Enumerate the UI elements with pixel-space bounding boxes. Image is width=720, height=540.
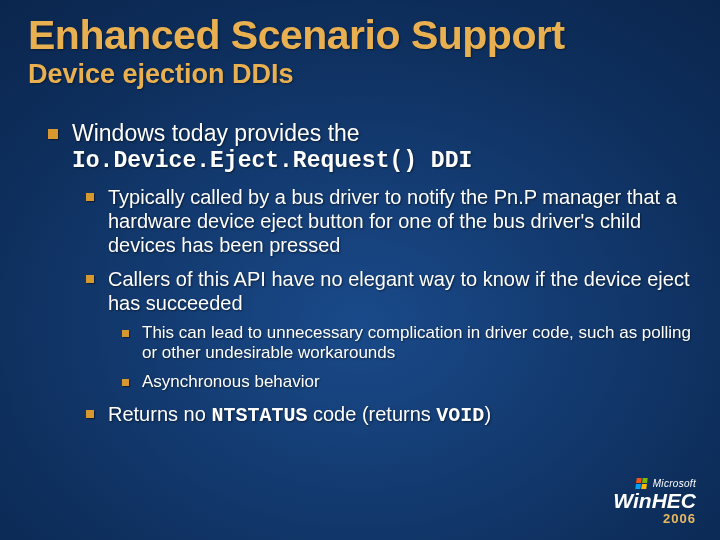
microsoft-flag-icon bbox=[635, 478, 648, 489]
bullet-text: Typically called by a bus driver to noti… bbox=[108, 186, 677, 256]
slide-subtitle: Device ejection DDIs bbox=[28, 59, 692, 90]
logo-year-text: 2006 bbox=[613, 511, 696, 526]
bullet-item: This can lead to unnecessary complicatio… bbox=[142, 323, 692, 364]
bullet-text: Callers of this API have no elegant way … bbox=[108, 268, 689, 314]
bullet-text: This can lead to unnecessary complicatio… bbox=[142, 323, 691, 362]
bullet-item: Asynchronous behavior bbox=[142, 372, 692, 392]
bullet-text: DDI bbox=[417, 148, 472, 174]
bullet-item: Typically called by a bus driver to noti… bbox=[108, 185, 692, 257]
winhec-logo: Microsoft WinHEC 2006 bbox=[613, 478, 696, 526]
bullet-text: Windows today provides the bbox=[72, 120, 360, 146]
code-text: Io.Device.Eject.Request() bbox=[72, 148, 417, 174]
slide-title: Enhanced Scenario Support bbox=[28, 14, 692, 57]
code-text: NTSTATUS bbox=[211, 404, 307, 427]
bullet-list-level1: Windows today provides the Io.Device.Eje… bbox=[28, 120, 692, 428]
slide: Enhanced Scenario Support Device ejectio… bbox=[0, 0, 720, 428]
bullet-list-level3: This can lead to unnecessary complicatio… bbox=[108, 323, 692, 392]
bullet-item: Callers of this API have no elegant way … bbox=[108, 267, 692, 392]
bullet-list-level2: Typically called by a bus driver to noti… bbox=[72, 185, 692, 428]
logo-brand-text: WinHEC bbox=[613, 489, 696, 513]
code-text: VOID bbox=[436, 404, 484, 427]
logo-microsoft-text: Microsoft bbox=[653, 478, 696, 489]
bullet-text: ) bbox=[484, 403, 491, 425]
bullet-item: Windows today provides the Io.Device.Eje… bbox=[72, 120, 692, 428]
bullet-text: Returns no bbox=[108, 403, 211, 425]
bullet-item: Returns no NTSTATUS code (returns VOID) bbox=[108, 402, 692, 428]
bullet-text: Asynchronous behavior bbox=[142, 372, 320, 391]
bullet-text: code (returns bbox=[307, 403, 436, 425]
